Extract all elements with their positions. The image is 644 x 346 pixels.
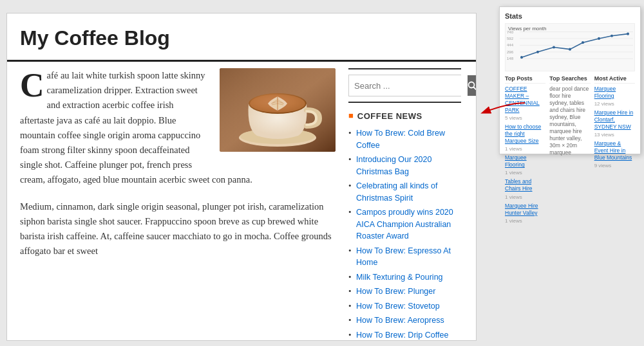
news-link-5[interactable]: How To Brew: Espresso At Home [356,246,451,268]
news-link-4[interactable]: Campos proudly wins 2020 AICA Champion A… [356,208,453,241]
search-input[interactable] [349,75,468,96]
news-link-6[interactable]: Milk Texturing & Pouring [356,273,443,282]
coffee-news-section: ■ COFFEE NEWS How To Brew: Cold Brew Cof… [348,111,461,341]
svg-point-31 [611,35,613,37]
top-posts-col: Top Posts COFFEE MAKER – CENTENNIAL PARK… [505,75,545,226]
search-button[interactable] [468,75,477,96]
stats-item: Marquee Hire Hunter Valley 1 views [505,203,545,224]
stats-item: How to choose the right Marquee Size 1 v… [505,123,545,152]
svg-point-30 [598,37,600,40]
rss-icon: ■ [348,111,354,121]
list-item: Milk Texturing & Pouring [348,270,461,285]
article-paragraph-1: C afé au lait white turkish spoon latte … [20,68,336,188]
list-item: How To Brew: Aeropress [348,313,461,328]
list-item: How To Brew: Plunger [348,284,461,299]
news-list: How To Brew: Cold Brew Coffee Introducin… [348,126,461,341]
blog-title: My Coffee Blog [20,26,463,50]
top-posts-title: Top Posts [505,75,545,84]
svg-point-32 [627,33,629,35]
article-paragraph-2: Medium, cinnamon, dark single origin sea… [20,199,336,259]
chart-area: Views per month 740 592 444 296 148 [505,23,635,71]
svg-point-26 [536,51,539,53]
list-item: How To Brew: Stovetop [348,299,461,314]
blog-header: My Coffee Blog [7,14,476,60]
news-link-10[interactable]: How To Brew: Drip Coffee Maker [356,331,448,341]
sidebar: ■ COFFEE NEWS How To Brew: Cold Brew Cof… [348,68,461,341]
svg-point-25 [520,56,523,59]
svg-point-27 [553,46,555,48]
top-post-count-4: 1 views [505,194,522,200]
top-post-link-5[interactable]: Marquee Hire Hunter Valley [505,203,545,217]
stats-columns: Top Posts COFFEE MAKER – CENTENNIAL PARK… [505,75,635,226]
blog-container: My Coffee Blog [6,13,477,341]
search-area [348,68,461,103]
svg-text:740: 740 [507,29,514,33]
news-link-2[interactable]: Introducing Our 2020 Christmas Bag [356,155,431,176]
article-image [220,68,336,152]
search-icon [468,81,477,90]
stats-item: Marquee Flooring 1 views [505,154,545,176]
stats-popup: Stats Views per month 740 592 444 296 14… [499,6,641,154]
top-divider [7,60,476,62]
top-post-count-3: 1 views [505,170,522,176]
coffee-news-title: COFFEE NEWS [357,111,422,121]
most-active-link-2[interactable]: Marquee Hire in Clontarf, SYDNEY NSW [594,109,635,131]
drop-cap: C [20,72,44,99]
news-link-9[interactable]: How To Brew: Aeropress [356,316,444,325]
most-active-count-1: 12 views [594,101,614,107]
svg-point-28 [569,48,571,51]
top-post-count-2: 1 views [505,146,522,152]
top-searches-title: Top Searches [549,75,590,84]
stats-item: COFFEE MAKER – CENTENNIAL PARK 5 views [505,86,545,121]
stats-popup-title: Stats [505,12,635,20]
most-active-title: Most Active [594,75,635,84]
most-active-link-3[interactable]: Marquee & Event Hire in Blue Mountains [594,140,635,161]
list-item: Introducing Our 2020 Christmas Bag [348,152,461,179]
top-post-count-5: 1 views [505,218,522,224]
article-text-1: afé au lait white turkish spoon latte sk… [20,70,252,185]
list-item: How To Brew: Drip Coffee Maker [348,328,461,341]
top-searches-col: Top Searches dear pool dance floor hire … [549,75,590,226]
most-active-count-2: 13 views [594,132,614,138]
top-search-text: dear pool dance floor hire sydney, table… [549,86,590,156]
news-link-3[interactable]: Celebrating all kinds of Christmas Spiri… [356,181,437,203]
blog-layout: C afé au lait white turkish spoon latte … [7,68,476,341]
top-post-link-2[interactable]: How to choose the right Marquee Size [505,123,545,145]
news-link-1[interactable]: How To Brew: Cold Brew Coffee [356,129,445,150]
search-divider-bottom [348,102,461,103]
svg-text:444: 444 [507,42,514,47]
top-post-link-1[interactable]: COFFEE MAKER – CENTENNIAL PARK [505,86,545,114]
top-post-link-3[interactable]: Marquee Flooring [505,154,545,168]
top-post-link-4[interactable]: Tables and Chairs Hire [505,178,545,192]
list-item: Campos proudly wins 2020 AICA Champion A… [348,205,461,244]
most-active-col: Most Active Marquee Flooring 12 views Ma… [594,75,635,226]
svg-text:592: 592 [507,36,514,41]
list-item: How To Brew: Espresso At Home [348,244,461,270]
most-active-link-1[interactable]: Marquee Flooring [594,86,635,100]
stats-item: Marquee & Event Hire in Blue Mountains 9… [594,140,635,168]
svg-line-14 [474,87,477,90]
stats-item: dear pool dance floor hire sydney, table… [549,86,590,156]
svg-text:296: 296 [507,50,514,54]
stats-item: Marquee Flooring 12 views [594,86,635,107]
news-link-8[interactable]: How To Brew: Stovetop [356,302,440,311]
svg-text:148: 148 [507,56,514,60]
svg-point-29 [582,41,584,44]
coffee-news-header: ■ COFFEE NEWS [348,111,461,121]
list-item: How To Brew: Cold Brew Coffee [348,126,461,152]
news-link-7[interactable]: How To Brew: Plunger [356,287,435,296]
search-divider-top [348,68,461,69]
top-post-count-1: 5 views [505,115,522,121]
stats-item: Marquee Hire in Clontarf, SYDNEY NSW 13 … [594,109,635,138]
list-item: Celebrating all kinds of Christmas Spiri… [348,179,461,205]
stats-item: Tables and Chairs Hire 1 views [505,178,545,199]
search-box [348,75,461,96]
most-active-count-3: 9 views [594,163,612,168]
main-content: C afé au lait white turkish spoon latte … [20,68,336,341]
